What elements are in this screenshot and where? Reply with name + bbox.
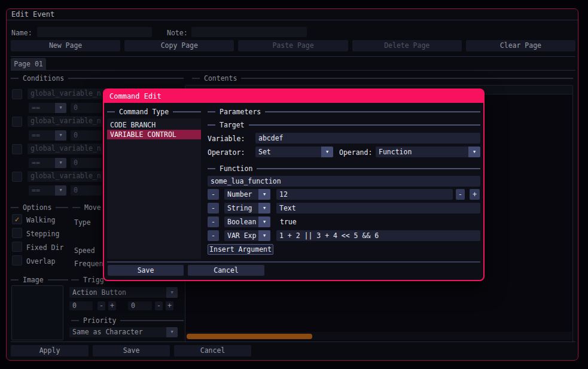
condition-3-checkbox[interactable] <box>12 144 22 154</box>
dialog-footer-divider <box>107 261 480 263</box>
trigger-param2-decrement-button[interactable]: - <box>155 301 163 310</box>
condition-4-value-input[interactable]: 0 <box>71 185 102 196</box>
function-section-header: Function <box>208 164 480 173</box>
arg-2-remove-button[interactable]: - <box>208 203 219 214</box>
option-walking-label: Walking <box>26 215 55 225</box>
clear-page-button[interactable]: Clear Page <box>466 40 575 51</box>
screen: Edit Event Name: Note: New Page Copy Pag… <box>0 0 588 369</box>
arg-1-remove-button[interactable]: - <box>208 189 219 200</box>
new-page-button[interactable]: New Page <box>11 40 120 51</box>
variable-label: Variable: <box>208 133 245 144</box>
arg-3-type-dropdown[interactable]: Boolean▼ <box>224 216 270 227</box>
function-name-input[interactable]: some_lua_function <box>208 176 480 187</box>
operand-dropdown[interactable]: Function▼ <box>376 147 480 157</box>
divider <box>11 56 575 57</box>
variable-input[interactable]: abcdef <box>255 133 480 144</box>
image-preview[interactable] <box>11 285 63 340</box>
chevron-down-icon: ▼ <box>55 185 66 196</box>
command-type-item-code-branch[interactable]: CODE BRANCH <box>107 120 201 130</box>
trigger-type-dropdown[interactable]: Action Button▼ <box>69 287 178 298</box>
tab-page-01[interactable]: Page 01 <box>11 58 46 70</box>
condition-1-checkbox[interactable] <box>12 89 22 99</box>
trigger-param1-increment-button[interactable]: + <box>108 301 116 310</box>
contents-horizontal-scrollbar[interactable] <box>186 332 572 340</box>
trigger-param1-decrement-button[interactable]: - <box>98 301 105 310</box>
arg-4-remove-button[interactable]: - <box>208 230 219 241</box>
option-fixed-dir-checkbox[interactable] <box>12 242 22 252</box>
copy-page-button[interactable]: Copy Page <box>124 40 234 51</box>
arg-1-increment-button[interactable]: + <box>470 189 480 200</box>
condition-2-operator-dropdown[interactable]: ==▼ <box>29 130 66 141</box>
command-type-item-variable-control[interactable]: VARIABLE CONTROL <box>107 130 201 139</box>
condition-1-value-input[interactable]: 0 <box>71 103 102 113</box>
name-label: Name: <box>11 28 32 38</box>
trigger-param2-input[interactable]: 0 <box>128 301 152 310</box>
footer-divider <box>11 341 575 342</box>
chevron-down-icon: ▼ <box>55 158 66 168</box>
condition-4-checkbox[interactable] <box>12 172 22 182</box>
arg-3-value-toggle[interactable]: true <box>280 216 297 227</box>
options-section-header: Options <box>11 203 68 212</box>
condition-3-operator-dropdown[interactable]: ==▼ <box>29 158 66 168</box>
move-frequency-label: Frequen <box>74 259 103 269</box>
command-edit-dialog: Command Edit Command Type CODE BRANCH VA… <box>103 89 485 281</box>
contents-section-header: Contents <box>192 74 573 83</box>
target-section-header: Target <box>208 121 480 129</box>
chevron-down-icon: ▼ <box>55 130 66 141</box>
arg-4-value-input[interactable]: 1 + 2 || 3 + 4 << 5 && 6 <box>276 230 480 241</box>
chevron-down-icon: ▼ <box>321 147 333 157</box>
conditions-section-header: Conditions <box>11 74 184 83</box>
option-overlap-checkbox[interactable] <box>12 255 22 266</box>
note-input[interactable] <box>191 27 307 37</box>
arg-1-decrement-button[interactable]: - <box>456 189 465 200</box>
arg-3-remove-button[interactable]: - <box>208 216 219 227</box>
checkmark-icon: ✓ <box>13 215 22 224</box>
move-speed-label: Speed <box>74 246 95 255</box>
dialog-title: Command Edit <box>104 90 483 103</box>
trigger-param1-input[interactable]: 0 <box>69 301 93 310</box>
dialog-cancel-button[interactable]: Cancel <box>188 265 264 276</box>
name-input[interactable] <box>37 27 152 37</box>
move-type-label: Type <box>74 218 91 227</box>
chevron-down-icon: ▼ <box>258 230 270 241</box>
condition-2-value-input[interactable]: 0 <box>71 130 102 141</box>
paste-page-button[interactable]: Paste Page <box>238 40 348 51</box>
option-stepping-label: Stepping <box>26 229 59 239</box>
command-type-list: CODE BRANCH VARIABLE CONTROL <box>107 118 201 259</box>
save-button[interactable]: Save <box>93 345 170 356</box>
arg-4-type-dropdown[interactable]: VAR Exp▼ <box>224 230 270 241</box>
priority-dropdown[interactable]: Same as Character▼ <box>69 327 178 337</box>
operator-dropdown[interactable]: Set▼ <box>255 147 333 157</box>
arg-2-type-dropdown[interactable]: String▼ <box>224 203 270 214</box>
contents-scrollbar-thumb[interactable] <box>187 334 312 339</box>
trigger-param2-increment-button[interactable]: + <box>166 301 173 310</box>
option-walking-checkbox[interactable]: ✓ <box>12 214 22 224</box>
insert-argument-button[interactable]: Insert Argument <box>208 244 273 255</box>
chevron-down-icon: ▼ <box>258 216 270 227</box>
cancel-button[interactable]: Cancel <box>174 345 251 356</box>
parameters-section-header: Parameters <box>208 108 480 116</box>
operator-label: Operator: <box>208 147 245 158</box>
condition-3-value-input[interactable]: 0 <box>71 158 102 168</box>
chevron-down-icon: ▼ <box>258 203 270 214</box>
command-type-section-header: Command Type <box>107 108 201 116</box>
tab-bar-line <box>11 70 575 71</box>
condition-1-operator-dropdown[interactable]: ==▼ <box>29 103 66 113</box>
arg-1-value-input[interactable]: 12 <box>276 189 453 200</box>
option-stepping-checkbox[interactable] <box>12 228 22 238</box>
chevron-down-icon: ▼ <box>468 147 480 157</box>
chevron-down-icon: ▼ <box>258 189 270 200</box>
arg-1-type-dropdown[interactable]: Number▼ <box>224 189 270 200</box>
condition-2-checkbox[interactable] <box>12 117 22 127</box>
dialog-save-button[interactable]: Save <box>108 265 184 276</box>
arg-2-value-input[interactable]: Text <box>276 203 480 214</box>
operand-label: Operand: <box>339 147 372 158</box>
delete-page-button[interactable]: Delete Page <box>352 40 462 51</box>
condition-4-operator-dropdown[interactable]: ==▼ <box>29 185 66 196</box>
note-label: Note: <box>167 28 188 38</box>
apply-button[interactable]: Apply <box>11 345 89 356</box>
chevron-down-icon: ▼ <box>166 287 178 298</box>
window-title: Edit Event <box>7 9 578 20</box>
image-section-header: Image <box>11 276 68 284</box>
option-fixed-dir-label: Fixed Dir <box>26 243 63 252</box>
